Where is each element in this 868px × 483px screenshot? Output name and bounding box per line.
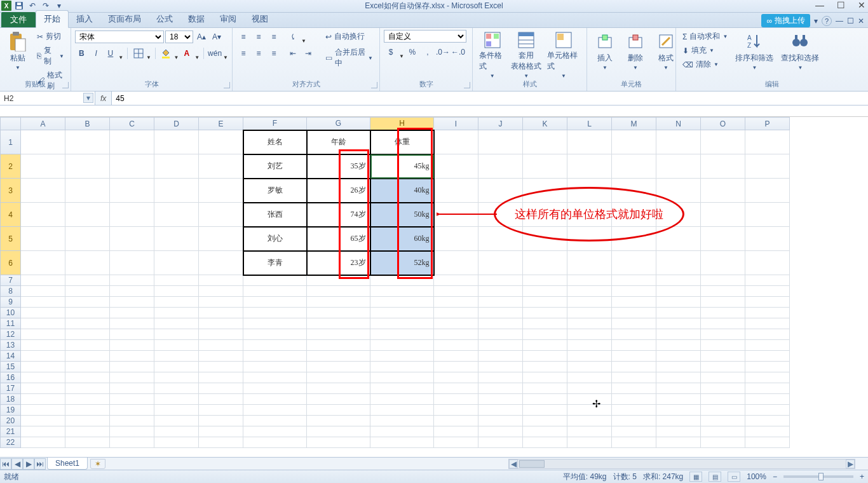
cell-F13[interactable] — [243, 340, 307, 351]
cell-K16[interactable] — [523, 372, 567, 383]
orientation-icon[interactable]: ⤹ — [286, 30, 300, 44]
clear-button[interactable]: ⌫ 清除 ▼ — [680, 58, 721, 71]
cell-P17[interactable] — [745, 383, 790, 394]
cell-A11[interactable] — [21, 318, 65, 329]
cell-G13[interactable] — [307, 340, 370, 351]
cell-D10[interactable] — [154, 308, 199, 318]
cell-E17[interactable] — [199, 383, 243, 394]
row-header-12[interactable]: 12 — [1, 329, 21, 340]
cell-J10[interactable] — [478, 308, 523, 318]
cell-G10[interactable] — [307, 308, 370, 318]
view-pagebreak-icon[interactable]: ▭ — [728, 472, 740, 482]
cell-D11[interactable] — [154, 318, 199, 329]
sort-filter-button[interactable]: AZ 排序和筛选 ▼ — [733, 30, 776, 79]
cell-I14[interactable] — [434, 351, 478, 362]
cell-E22[interactable] — [199, 437, 243, 448]
dropdown-icon[interactable]: ▼ — [722, 34, 728, 39]
cell-L18[interactable] — [567, 394, 612, 405]
cell-F11[interactable] — [243, 318, 307, 329]
cell-P21[interactable] — [745, 426, 790, 437]
cell-J22[interactable] — [478, 437, 523, 448]
cell-J5[interactable] — [478, 227, 523, 251]
cell-L20[interactable] — [567, 416, 612, 426]
cell-D6[interactable] — [154, 251, 199, 275]
currency-icon[interactable]: $ — [384, 45, 398, 59]
row-header-15[interactable]: 15 — [1, 362, 21, 372]
cell-N1[interactable] — [656, 130, 701, 154]
autosum-button[interactable]: Σ 自动求和 ▼ — [680, 30, 730, 43]
cell-C9[interactable] — [110, 297, 154, 308]
row-header-2[interactable]: 2 — [1, 154, 21, 179]
cell-G17[interactable] — [307, 383, 370, 394]
row-header-13[interactable]: 13 — [1, 340, 21, 351]
col-header-G[interactable]: G — [307, 118, 370, 130]
cell-P15[interactable] — [745, 362, 790, 372]
insert-sheet-icon[interactable]: ✶ — [90, 459, 105, 469]
cell-C17[interactable] — [110, 383, 154, 394]
cell-G8[interactable] — [307, 286, 370, 297]
cell-H8[interactable] — [370, 286, 434, 297]
cell-I13[interactable] — [434, 340, 478, 351]
cell-J15[interactable] — [478, 362, 523, 372]
cell-N17[interactable] — [656, 383, 701, 394]
cell-F2[interactable]: 刘艺 — [243, 154, 307, 179]
phonetic-button[interactable]: wén — [208, 46, 222, 60]
cell-N15[interactable] — [656, 362, 701, 372]
cell-L11[interactable] — [567, 318, 612, 329]
cell-K3[interactable] — [523, 179, 567, 203]
cell-M16[interactable] — [612, 372, 656, 383]
tab-formulas[interactable]: 公式 — [149, 11, 180, 27]
cell-L7[interactable] — [567, 275, 612, 286]
row-header-19[interactable]: 19 — [1, 405, 21, 416]
cell-O5[interactable] — [701, 227, 745, 251]
cell-I6[interactable] — [434, 251, 478, 275]
cell-C18[interactable] — [110, 394, 154, 405]
cell-P16[interactable] — [745, 372, 790, 383]
delete-button[interactable]: 删除 ▼ — [621, 30, 649, 79]
cell-K6[interactable] — [523, 251, 567, 275]
view-normal-icon[interactable]: ▦ — [689, 472, 702, 482]
row-header-3[interactable]: 3 — [1, 179, 21, 203]
cell-D14[interactable] — [154, 351, 199, 362]
cell-B4[interactable] — [65, 203, 110, 227]
cell-O20[interactable] — [701, 416, 745, 426]
cell-D2[interactable] — [154, 154, 199, 179]
cell-E6[interactable] — [199, 251, 243, 275]
cell-J11[interactable] — [478, 318, 523, 329]
cell-J20[interactable] — [478, 416, 523, 426]
cell-N19[interactable] — [656, 405, 701, 416]
cell-G3[interactable]: 26岁 — [307, 179, 370, 203]
merge-dropdown-icon[interactable]: ▼ — [368, 55, 373, 61]
cell-N16[interactable] — [656, 372, 701, 383]
cell-N9[interactable] — [656, 297, 701, 308]
cell-B12[interactable] — [65, 329, 110, 340]
file-tab[interactable]: 文件 — [1, 12, 36, 27]
cell-P13[interactable] — [745, 340, 790, 351]
cell-K1[interactable] — [523, 130, 567, 154]
cell-A4[interactable] — [21, 203, 65, 227]
font-size-select[interactable]: 18 — [165, 31, 193, 43]
cell-J21[interactable] — [478, 426, 523, 437]
cell-D1[interactable] — [154, 130, 199, 154]
cell-L14[interactable] — [567, 351, 612, 362]
cell-J4[interactable] — [478, 203, 523, 227]
cell-H21[interactable] — [370, 426, 434, 437]
cell-J3[interactable] — [478, 179, 523, 203]
cell-C12[interactable] — [110, 329, 154, 340]
zoom-level[interactable]: 100% — [747, 472, 766, 481]
cell-H18[interactable] — [370, 394, 434, 405]
cell-N4[interactable] — [656, 203, 701, 227]
col-header-D[interactable]: D — [154, 118, 199, 130]
cell-P6[interactable] — [745, 251, 790, 275]
cell-O2[interactable] — [701, 154, 745, 179]
row-header-10[interactable]: 10 — [1, 308, 21, 318]
cell-B5[interactable] — [65, 227, 110, 251]
comma-icon[interactable]: , — [421, 45, 435, 59]
cell-C2[interactable] — [110, 154, 154, 179]
cell-J12[interactable] — [478, 329, 523, 340]
cell-F22[interactable] — [243, 437, 307, 448]
cell-J13[interactable] — [478, 340, 523, 351]
cell-A18[interactable] — [21, 394, 65, 405]
align-right-icon[interactable]: ≡ — [267, 46, 281, 60]
cell-N2[interactable] — [656, 154, 701, 179]
